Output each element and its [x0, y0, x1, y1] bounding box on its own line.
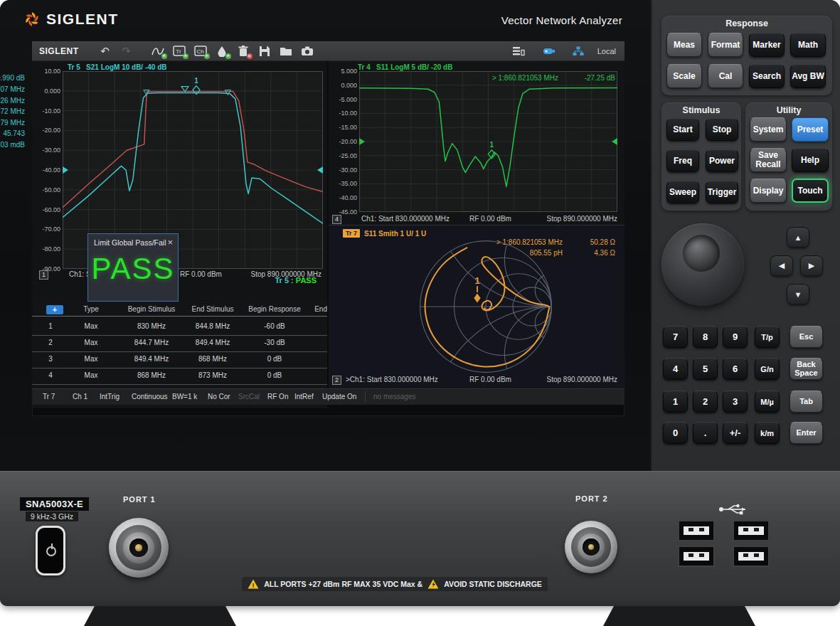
- limit-add-button[interactable]: +: [46, 305, 63, 314]
- limit-cell[interactable]: 849.4 MHz: [196, 339, 230, 346]
- btn-display[interactable]: Display: [750, 179, 787, 203]
- key-back-space[interactable]: Back Space: [790, 358, 823, 380]
- power-button[interactable]: [36, 526, 65, 575]
- limit-cell[interactable]: Max: [85, 371, 98, 379]
- btn-math[interactable]: Math: [790, 33, 826, 57]
- delete-icon[interactable]: ×: [235, 44, 251, 58]
- status-item-update-on[interactable]: Update On: [322, 393, 356, 400]
- key-tab[interactable]: Tab: [790, 391, 823, 413]
- key-k-m[interactable]: k/m: [755, 422, 780, 444]
- tr7-chip[interactable]: Tr 7: [343, 229, 360, 238]
- usb-status-icon[interactable]: [541, 44, 556, 58]
- btn-power[interactable]: Power: [706, 149, 738, 172]
- tr4-trace-header[interactable]: Tr 4 S11 LogM 5 dB/ -20 dB: [358, 63, 452, 71]
- limit-cell[interactable]: 868 MHz: [198, 355, 227, 363]
- rotary-knob[interactable]: [661, 223, 744, 306]
- open-file-icon[interactable]: [278, 44, 294, 58]
- limit-cell[interactable]: 2: [48, 339, 53, 346]
- tr7-trace-header[interactable]: S11 Smith 1 U/ 1 U: [364, 230, 426, 238]
- limit-cell[interactable]: 830 MHz: [137, 322, 166, 330]
- key-4[interactable]: 4: [663, 358, 688, 380]
- smith-plot[interactable]: 1: [417, 238, 555, 376]
- lan-status-icon[interactable]: [570, 44, 586, 58]
- key-8[interactable]: 8: [693, 326, 718, 348]
- arrow-up-button[interactable]: ▲: [787, 227, 809, 248]
- tr5-trace-header[interactable]: Tr 5 S21 LogM 10 dB/ -40 dB: [68, 63, 166, 71]
- btn-meas[interactable]: Meas: [666, 33, 702, 57]
- arrow-right-button[interactable]: ▶: [800, 255, 823, 276]
- key-1[interactable]: 1: [663, 391, 688, 413]
- limit-cell[interactable]: 849.4 MHz: [134, 355, 169, 363]
- btn-cal[interactable]: Cal: [708, 64, 743, 88]
- btn-system[interactable]: System: [750, 117, 787, 142]
- arrow-down-button[interactable]: ▼: [787, 284, 809, 304]
- add-channel-icon[interactable]: Ch +: [193, 44, 208, 58]
- save-icon[interactable]: [257, 44, 272, 58]
- limit-cell[interactable]: -30 dB: [264, 339, 285, 346]
- limit-cell[interactable]: Max: [85, 322, 98, 330]
- btn-save-recall[interactable]: Save Recall: [750, 148, 787, 172]
- add-trace-icon[interactable]: +: [150, 44, 166, 58]
- arrow-left-button[interactable]: ◀: [770, 255, 793, 276]
- status-item-ch-1[interactable]: Ch 1: [73, 393, 87, 400]
- layout-icon[interactable]: [511, 44, 526, 58]
- status-item-bw-1-k[interactable]: BW=1 k: [172, 393, 197, 400]
- redo-icon[interactable]: ↷: [119, 44, 134, 58]
- limit-cell[interactable]: 0 dB: [267, 355, 282, 363]
- pane-tr5[interactable]: Tr 5 S21 LogM 10 dB/ -40 dB 1 > 1:860.82…: [32, 61, 327, 388]
- btn-start[interactable]: Start: [666, 118, 699, 141]
- btn-stop[interactable]: Stop: [706, 118, 738, 141]
- limit-cell[interactable]: 844.8 MHz: [196, 322, 230, 330]
- limit-cell[interactable]: 868 MHz: [137, 371, 166, 379]
- btn-touch[interactable]: Touch: [792, 179, 829, 203]
- limit-cell[interactable]: 3: [48, 355, 53, 363]
- btn-preset[interactable]: Preset: [792, 117, 829, 142]
- limit-cell[interactable]: -60 dB: [264, 322, 285, 330]
- limit-cell[interactable]: 844.7 MHz: [134, 339, 169, 346]
- pane-right[interactable]: Tr 4 S11 LogM 5 dB/ -20 dB 1 > 1:860.821…: [329, 61, 624, 388]
- limit-cell[interactable]: 0 dB: [267, 371, 282, 379]
- status-item-continuous[interactable]: Continuous: [132, 393, 168, 400]
- key--[interactable]: +/-: [723, 422, 748, 444]
- key-m-[interactable]: M/µ: [755, 391, 780, 413]
- limit-cell[interactable]: 4: [48, 371, 53, 379]
- btn-search[interactable]: Search: [749, 64, 785, 88]
- add-marker-icon[interactable]: +: [214, 44, 230, 58]
- status-item-rf-on[interactable]: RF On: [267, 393, 288, 400]
- smith-chart-window[interactable]: Tr 7 S11 Smith 1 U/ 1 U > 1:860.821053 M…: [329, 225, 624, 388]
- limit-cell[interactable]: Max: [85, 339, 98, 346]
- btn-help[interactable]: Help: [792, 148, 829, 172]
- key-0[interactable]: 0: [663, 422, 688, 444]
- knob-dimple[interactable]: [683, 235, 720, 272]
- dialog-close-icon[interactable]: ×: [167, 237, 173, 248]
- add-trace-window-icon[interactable]: Tr +: [171, 44, 187, 58]
- btn-avg-bw[interactable]: Avg BW: [790, 64, 826, 88]
- key-5[interactable]: 5: [693, 358, 718, 380]
- screenshot-icon[interactable]: [299, 44, 315, 58]
- tr4-plot[interactable]: 1: [359, 71, 617, 212]
- key-9[interactable]: 9: [723, 326, 748, 348]
- key-t-p[interactable]: T/p: [755, 326, 780, 348]
- status-item-intref[interactable]: IntRef: [294, 393, 314, 400]
- undo-icon[interactable]: ↶: [97, 44, 113, 58]
- status-item-tr-7[interactable]: Tr 7: [43, 393, 55, 400]
- limit-cell[interactable]: 1: [48, 322, 53, 330]
- status-item-srccal[interactable]: SrcCal: [238, 393, 260, 400]
- key--[interactable]: .: [693, 422, 718, 444]
- btn-freq[interactable]: Freq: [666, 149, 699, 172]
- status-item-no-cor[interactable]: No Cor: [208, 393, 230, 400]
- limit-cell[interactable]: 873 MHz: [198, 371, 227, 379]
- key-g-n[interactable]: G/n: [755, 358, 780, 380]
- btn-trigger[interactable]: Trigger: [706, 181, 738, 203]
- key-esc[interactable]: Esc: [790, 326, 823, 348]
- btn-marker[interactable]: Marker: [749, 33, 785, 57]
- key-enter[interactable]: Enter: [790, 422, 823, 444]
- btn-format[interactable]: Format: [708, 33, 743, 57]
- btn-scale[interactable]: Scale: [666, 64, 702, 88]
- btn-sweep[interactable]: Sweep: [666, 181, 699, 203]
- key-2[interactable]: 2: [693, 391, 718, 413]
- key-6[interactable]: 6: [723, 358, 748, 380]
- limit-cell[interactable]: Max: [85, 355, 98, 363]
- key-3[interactable]: 3: [723, 391, 748, 413]
- key-7[interactable]: 7: [663, 326, 688, 348]
